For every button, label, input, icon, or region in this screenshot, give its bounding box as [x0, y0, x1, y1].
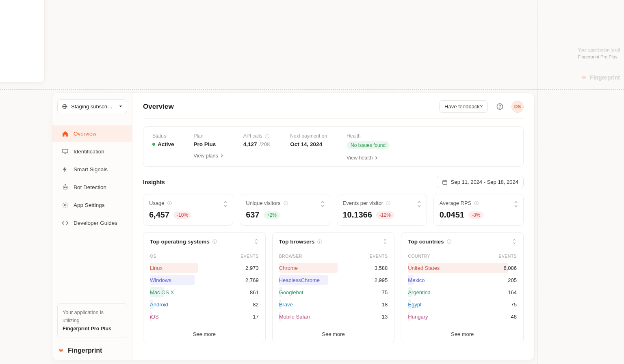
sort-icon	[223, 200, 228, 208]
sidebar-item-overview[interactable]: Overview	[52, 125, 132, 142]
info-icon	[474, 200, 479, 206]
row-events: 861	[250, 289, 259, 295]
status-col-next-payment: Next payment on Oct 14, 2024	[290, 133, 327, 161]
topbar-right: Have feedback? DS	[439, 100, 524, 113]
table-header: Top countries	[401, 233, 523, 250]
table-row[interactable]: Mac OS X 861	[150, 286, 259, 298]
table-row[interactable]: Chrome 3,588	[279, 262, 388, 274]
app-window: Staging subscriptio… Overview Identifica…	[52, 93, 535, 360]
metric-delta: -12%	[376, 211, 394, 219]
table-row[interactable]: Linux 2,973	[150, 262, 259, 274]
table-row[interactable]: HeadlessChrome 2,995	[279, 274, 388, 286]
row-name: Googlebot	[279, 289, 303, 295]
view-plans-link[interactable]: View plans	[194, 153, 224, 159]
row-name: Hungary	[408, 314, 428, 320]
see-more-button[interactable]: See more	[401, 326, 523, 343]
row-events: 2,995	[375, 277, 388, 283]
row-events: 82	[253, 302, 258, 308]
plan-info-box: Your application is utilizing Fingerprin…	[57, 303, 127, 338]
metric-name: Usage	[149, 200, 227, 206]
sort-icon[interactable]	[512, 238, 517, 245]
plan-label: Plan	[194, 133, 224, 139]
globe-icon	[62, 103, 68, 110]
table-cols: OS EVENTS	[150, 250, 259, 262]
sidebar-item-label: App Settings	[74, 202, 105, 208]
bolt-icon	[61, 166, 69, 173]
view-health-link[interactable]: View health	[347, 155, 390, 161]
col-key: OS	[150, 254, 156, 258]
help-button[interactable]	[494, 101, 506, 113]
svg-point-22	[169, 202, 170, 202]
table-row[interactable]: United States 6,086	[408, 262, 517, 274]
insights-header: Insights Sep 11, 2024 - Sep 18, 2024	[143, 176, 524, 188]
svg-rect-38	[319, 241, 320, 242]
metric-name: Average RPS	[440, 200, 518, 206]
see-more-button[interactable]: See more	[273, 326, 394, 343]
table-row[interactable]: Mobile Safari 13	[279, 310, 388, 323]
svg-rect-23	[169, 203, 170, 204]
table-title: Top operating systems	[150, 239, 217, 245]
table-row[interactable]: Egypt 75	[408, 298, 517, 310]
home-icon	[61, 130, 69, 137]
faint-plan-hint: Your application is uti Fingerprint Pro …	[578, 47, 620, 60]
metric-value: 6,457 -10%	[149, 210, 227, 220]
sidebar-item-developer-guides[interactable]: Developer Guides	[57, 215, 127, 231]
metric-card[interactable]: Usage 6,457 -10%	[143, 194, 233, 226]
env-selector-label: Staging subscriptio…	[71, 103, 115, 110]
row-events: 6,086	[503, 265, 517, 271]
sidebar-item-app-settings[interactable]: App Settings	[57, 197, 127, 213]
metric-delta: +2%	[264, 211, 280, 219]
horizontal-guide	[0, 89, 624, 90]
row-events: 75	[511, 302, 517, 308]
sidebar-item-bot-detection[interactable]: Bot Detection	[57, 179, 127, 195]
col-key: COUNTRY	[408, 254, 430, 258]
svg-point-10	[65, 184, 65, 185]
sort-icon[interactable]	[254, 238, 259, 245]
sidebar-item-identification[interactable]: Identification	[57, 143, 127, 159]
daterange-picker[interactable]: Sep 11, 2024 - Sep 18, 2024	[437, 176, 524, 188]
env-selector[interactable]: Staging subscriptio…	[57, 99, 127, 113]
topbar: Overview Have feedback? DS	[143, 100, 524, 119]
fingerprint-icon	[57, 347, 65, 354]
table-row[interactable]: Argentina 164	[408, 286, 517, 298]
faint-line: Your application is uti	[578, 47, 620, 52]
table-row[interactable]: Hungary 48	[408, 310, 517, 323]
table-row[interactable]: Mexico 205	[408, 274, 517, 286]
table-row[interactable]: Brave 18	[279, 298, 388, 310]
status-value: Active	[152, 141, 174, 147]
status-col-plan: Plan Pro Plus View plans	[194, 133, 224, 161]
svg-point-7	[64, 187, 65, 188]
table-cols: BROWSER EVENTS	[279, 250, 388, 262]
svg-rect-32	[476, 203, 477, 204]
sidebar-item-smart-signals[interactable]: Smart Signals	[57, 161, 127, 177]
sort-icon	[514, 200, 518, 208]
col-events: EVENTS	[498, 254, 517, 258]
table-row[interactable]: Googlebot 75	[279, 286, 388, 298]
sort-icon[interactable]	[383, 238, 388, 245]
daterange-label: Sep 11, 2024 - Sep 18, 2024	[451, 179, 518, 185]
status-col-status: Status Active	[152, 133, 174, 161]
avatar[interactable]: DS	[511, 101, 524, 113]
feedback-button[interactable]: Have feedback?	[439, 100, 488, 113]
row-name: Argentina	[408, 289, 431, 295]
metric-name: Unique visitors	[246, 200, 324, 206]
table-row[interactable]: Windows 2,769	[150, 274, 259, 286]
svg-rect-35	[214, 241, 215, 242]
top-table-card: Top browsers BROWSER EVENTS Chrome 3,588…	[272, 232, 395, 343]
table-body: BROWSER EVENTS Chrome 3,588 HeadlessChro…	[273, 250, 394, 326]
table-row[interactable]: Android 82	[150, 298, 259, 310]
metric-card[interactable]: Average RPS 0.0451 -8%	[433, 194, 524, 226]
health-badge: No issues found	[347, 141, 390, 149]
table-row[interactable]: iOS 17	[150, 310, 259, 323]
faint-brand-text: Fingerprint	[590, 74, 620, 81]
metric-card[interactable]: Events per visitor 10.1366 -12%	[337, 194, 427, 226]
info-icon	[386, 200, 391, 206]
top-table-card: Top countries COUNTRY EVENTS United Stat…	[401, 232, 524, 343]
row-events: 205	[508, 277, 517, 283]
see-more-button[interactable]: See more	[143, 326, 265, 343]
row-name: Chrome	[279, 265, 298, 271]
row-name: United States	[408, 265, 440, 271]
row-name: Mexico	[408, 277, 425, 283]
metric-card[interactable]: Unique visitors 637 +2%	[240, 194, 330, 226]
tops-row: Top operating systems OS EVENTS Linux 2,…	[143, 232, 524, 343]
